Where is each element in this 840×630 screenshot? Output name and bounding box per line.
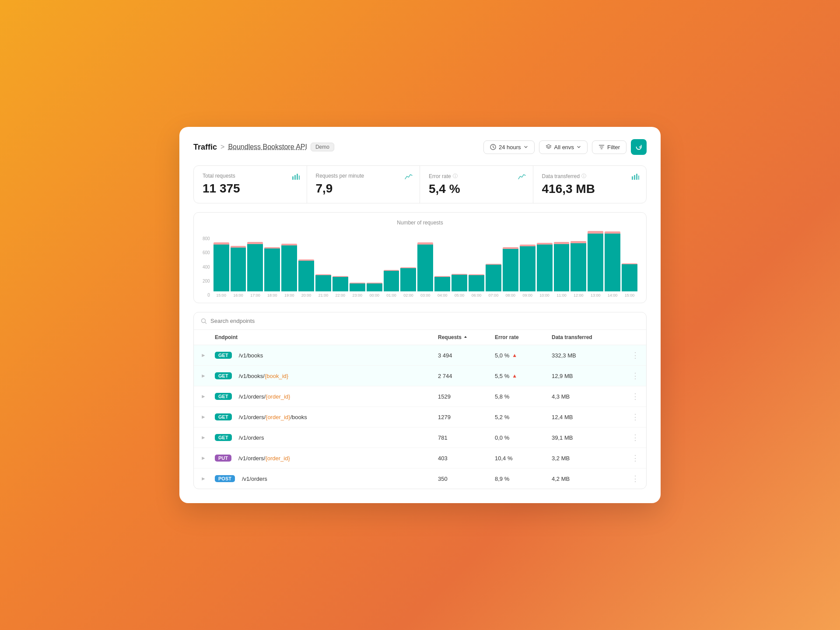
- x-label: 20:00: [298, 293, 314, 298]
- error-warning-icon: ▲: [512, 373, 517, 379]
- row-menu-btn[interactable]: ⋮: [622, 350, 639, 360]
- stat-label-rpm: Requests per minute: [316, 173, 411, 179]
- bar-normal-segment: [554, 244, 570, 291]
- bar-stack: [350, 230, 365, 291]
- y-label-800: 800: [203, 236, 210, 241]
- bar-stack: [417, 230, 433, 291]
- bar-normal-segment: [570, 243, 586, 291]
- bar-stack: [231, 230, 246, 291]
- bar-stack: [214, 230, 229, 291]
- breadcrumb-api[interactable]: Boundless Bookstore API: [228, 143, 307, 151]
- chart-bars-area: 15:0016:0017:0018:0019:0020:0021:0022:00…: [214, 230, 637, 298]
- bar-stack: [486, 230, 501, 291]
- x-label: 23:00: [350, 293, 365, 298]
- stat-total-requests: Total requests 11 375: [194, 166, 307, 203]
- row-menu-btn[interactable]: ⋮: [622, 433, 639, 442]
- bar-normal-segment: [622, 264, 637, 291]
- svg-rect-1: [292, 176, 294, 180]
- row-expand-btn[interactable]: ►: [201, 393, 215, 399]
- table-row: ►GET/v1/orders/{order_id}15295,8 %4,3 MB…: [194, 386, 646, 407]
- row-menu-btn[interactable]: ⋮: [622, 371, 639, 381]
- requests-cell: 1279: [438, 414, 495, 420]
- main-card: Traffic > Boundless Bookstore API Demo 2…: [179, 127, 661, 503]
- bar-stack: [588, 230, 603, 291]
- svg-rect-5: [632, 176, 633, 180]
- row-expand-btn[interactable]: ►: [201, 373, 215, 379]
- search-bar: [194, 312, 646, 330]
- row-menu-btn[interactable]: ⋮: [622, 474, 639, 483]
- row-expand-btn[interactable]: ►: [201, 414, 215, 420]
- svg-rect-6: [634, 175, 635, 180]
- table-body: ►GET/v1/books3 4945,0 %▲332,3 MB⋮►GET/v1…: [194, 345, 646, 489]
- refresh-button[interactable]: [631, 139, 647, 155]
- x-label: 09:00: [520, 293, 536, 298]
- x-label: 22:00: [332, 293, 348, 298]
- row-expand-btn[interactable]: ►: [201, 434, 215, 441]
- stat-value-rpm: 7,9: [316, 182, 411, 196]
- y-label-0: 0: [207, 293, 210, 298]
- data-transferred-cell: 12,4 MB: [552, 414, 622, 420]
- table-row: ►GET/v1/books3 4945,0 %▲332,3 MB⋮: [194, 345, 646, 366]
- table-row-inner: ►POST/v1/orders3508,9 %4,2 MB⋮: [194, 469, 646, 489]
- x-label: 01:00: [384, 293, 399, 298]
- time-label: 24 hours: [499, 144, 521, 150]
- search-icon: [201, 318, 207, 324]
- data-transferred-cell: 12,9 MB: [552, 373, 622, 379]
- bar-stack: [554, 230, 570, 291]
- requests-cell: 3 494: [438, 352, 495, 359]
- th-requests[interactable]: Requests: [438, 334, 495, 340]
- filter-button[interactable]: Filter: [592, 140, 626, 154]
- search-input[interactable]: [210, 318, 639, 324]
- row-menu-btn[interactable]: ⋮: [622, 453, 639, 463]
- bar-stack: [298, 230, 314, 291]
- row-menu-btn[interactable]: ⋮: [622, 392, 639, 401]
- method-badge: GET: [215, 393, 232, 400]
- bar-group: [469, 230, 484, 291]
- row-expand-btn[interactable]: ►: [201, 352, 215, 358]
- x-label: 17:00: [247, 293, 263, 298]
- row-expand-btn[interactable]: ►: [201, 476, 215, 482]
- th-menu: [622, 334, 639, 340]
- bar-normal-segment: [350, 284, 365, 291]
- stat-data-transferred: Data transferred ⓘ 416,3 MB: [533, 166, 647, 203]
- bar-group: [281, 230, 297, 291]
- method-badge: GET: [215, 413, 232, 420]
- bar-group: [298, 230, 314, 291]
- chart-section: Number of requests 800 600 400 200 0 15:…: [193, 212, 647, 303]
- error-rate-cell: 5,5 %▲: [495, 373, 552, 379]
- row-menu-btn[interactable]: ⋮: [622, 412, 639, 422]
- method-badge: GET: [215, 434, 232, 441]
- endpoint-cell: GET/v1/orders/{order_id}/books: [215, 413, 438, 420]
- requests-cell: 2 744: [438, 373, 495, 379]
- sort-icon: [463, 335, 468, 340]
- stat-value-total: 11 375: [203, 182, 298, 196]
- stat-label-error: Error rate ⓘ: [429, 173, 524, 179]
- bar-group: [315, 230, 331, 291]
- bar-normal-segment: [452, 275, 467, 291]
- bar-stack: [452, 230, 467, 291]
- endpoint-cell: GET/v1/books: [215, 352, 438, 359]
- bar-stack: [247, 230, 263, 291]
- endpoint-path: /v1/orders/{order_id}: [239, 393, 290, 400]
- bar-stack: [367, 230, 382, 291]
- bar-normal-segment: [503, 249, 518, 291]
- bar-normal-segment: [520, 246, 536, 291]
- th-data-transferred: Data transferred: [552, 334, 622, 340]
- bar-group: [417, 230, 433, 291]
- table-row: ►GET/v1/orders7810,0 %39,1 MB⋮: [194, 427, 646, 448]
- bar-group: [452, 230, 467, 291]
- row-expand-btn[interactable]: ►: [201, 455, 215, 461]
- time-selector[interactable]: 24 hours: [483, 140, 535, 154]
- bar-stack: [434, 230, 450, 291]
- endpoint-path: /v1/orders: [239, 434, 264, 441]
- endpoint-cell: GET/v1/orders/{order_id}: [215, 393, 438, 400]
- stats-row: Total requests 11 375 Requests per minut…: [193, 165, 647, 203]
- th-error-rate: Error rate: [495, 334, 552, 340]
- endpoint-path: /v1/books/{book_id}: [239, 373, 289, 379]
- bar-normal-segment: [434, 277, 450, 291]
- table-row-inner: ►GET/v1/books3 4945,0 %▲332,3 MB⋮: [194, 345, 646, 365]
- info-icon-error: ⓘ: [453, 173, 458, 179]
- method-badge: PUT: [215, 455, 231, 462]
- envs-selector[interactable]: All envs: [539, 140, 588, 154]
- bar-stack: [315, 230, 331, 291]
